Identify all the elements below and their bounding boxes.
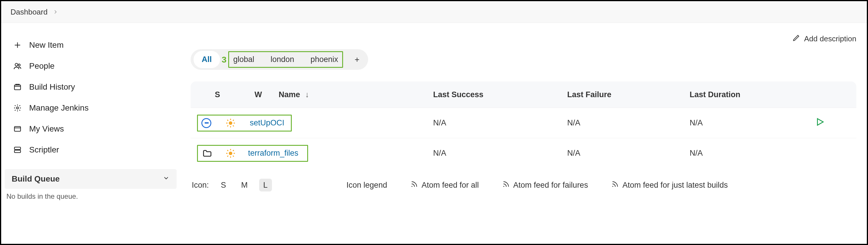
col-name-label: Name (279, 90, 300, 99)
table-row: 2 terraform_files N/A N/A N/A (191, 138, 856, 168)
people-icon (13, 61, 22, 71)
tab-phoenix[interactable]: phoenix (309, 54, 340, 65)
icon-size-l[interactable]: L (259, 179, 272, 191)
chevron-down-icon[interactable] (163, 174, 169, 184)
col-weather[interactable]: W (238, 90, 279, 99)
svg-line-18 (233, 126, 234, 126)
cell-last-duration: N/A (690, 118, 815, 128)
col-last-success[interactable]: Last Success (433, 90, 567, 99)
svg-point-33 (612, 186, 613, 186)
annotation-number-3: 3 (222, 55, 227, 65)
tab-london[interactable]: london (269, 54, 296, 65)
col-last-failure[interactable]: Last Failure (567, 90, 690, 99)
atom-feed-failures-label: Atom feed for failures (513, 181, 588, 190)
pencil-icon (793, 34, 800, 44)
sidebar-item-label: New Item (29, 40, 64, 50)
svg-point-32 (503, 186, 504, 186)
cell-last-success: N/A (433, 118, 567, 128)
sidebar: New Item People Build History Manage Jen… (1, 23, 180, 221)
col-last-duration[interactable]: Last Duration (690, 90, 815, 99)
cell-last-failure: N/A (567, 149, 690, 158)
icon-legend-link[interactable]: Icon legend (346, 181, 388, 190)
icon-size-control: Icon: S M L (192, 179, 272, 191)
rss-icon (502, 180, 510, 190)
svg-line-19 (227, 126, 228, 126)
cell-last-failure: N/A (567, 118, 690, 128)
build-queue-panel[interactable]: Build Queue (5, 169, 177, 189)
svg-marker-21 (817, 119, 824, 126)
chevron-right-icon (53, 7, 58, 16)
svg-rect-9 (14, 150, 21, 152)
row-highlight-box: terraform_files (197, 145, 308, 162)
sidebar-item-manage-jenkins[interactable]: Manage Jenkins (5, 98, 177, 118)
table-footer: Icon: S M L Icon legend Atom feed for al… (191, 179, 856, 191)
folder-icon (202, 148, 213, 158)
rss-icon (410, 180, 418, 190)
svg-line-30 (233, 150, 234, 151)
build-queue-status: No builds in the queue. (5, 189, 177, 201)
sidebar-item-label: People (29, 61, 55, 71)
gear-icon (13, 103, 22, 113)
stack-icon (13, 145, 22, 154)
sidebar-item-my-views[interactable]: My Views (5, 118, 177, 139)
svg-rect-6 (14, 127, 21, 131)
atom-feed-latest-label: Atom feed for just latest builds (622, 181, 728, 190)
col-name[interactable]: Name ↓ (279, 90, 433, 99)
sidebar-item-label: Manage Jenkins (29, 103, 89, 113)
tabs-pill: All 3 global london phoenix (191, 49, 368, 70)
plus-icon (13, 40, 22, 50)
window-icon (13, 124, 22, 134)
table-row: 1 ••• setUpOCI N/A N/A N/A (191, 108, 856, 138)
weather-sunny-icon (225, 118, 236, 128)
sidebar-item-people[interactable]: People (5, 56, 177, 76)
sidebar-item-new-item[interactable]: New Item (5, 35, 177, 56)
sidebar-item-label: Build History (29, 82, 75, 92)
weather-sunny-icon (225, 148, 236, 159)
icon-size-s[interactable]: S (217, 179, 230, 191)
sidebar-item-scriptler[interactable]: Scriptler (5, 139, 177, 160)
svg-line-29 (227, 156, 228, 156)
svg-rect-8 (14, 147, 21, 149)
sidebar-item-build-history[interactable]: Build History (5, 76, 177, 98)
svg-rect-4 (14, 85, 21, 90)
build-now-button[interactable] (815, 117, 850, 129)
status-notbuilt-icon: ••• (202, 118, 211, 128)
svg-point-22 (229, 151, 232, 155)
view-tabs: All 3 global london phoenix (191, 49, 856, 70)
build-queue-title: Build Queue (12, 174, 60, 184)
svg-line-20 (233, 119, 234, 120)
add-description-button[interactable]: Add description (793, 34, 856, 44)
tabs-highlight-box: global london phoenix (228, 51, 343, 68)
atom-feed-failures[interactable]: Atom feed for failures (502, 180, 588, 190)
icon-size-m[interactable]: M (238, 179, 251, 191)
rss-icon (611, 180, 619, 190)
atom-feed-all[interactable]: Atom feed for all (410, 180, 479, 190)
svg-point-3 (18, 64, 20, 66)
atom-feed-all-label: Atom feed for all (422, 181, 479, 190)
content: Add description All 3 global london phoe… (180, 23, 867, 221)
job-link-terraform-files[interactable]: terraform_files (248, 149, 299, 158)
tab-global[interactable]: global (231, 54, 256, 65)
row-highlight-box: ••• setUpOCI (197, 115, 292, 132)
add-description-label: Add description (804, 34, 856, 43)
job-table: S W Name ↓ Last Success Last Failure Las… (191, 81, 856, 168)
icon-size-label: Icon: (192, 181, 209, 190)
breadcrumb: Dashboard (1, 1, 867, 23)
cell-last-success: N/A (433, 149, 567, 158)
col-status[interactable]: S (197, 90, 238, 99)
svg-point-2 (15, 63, 18, 66)
job-table-header: S W Name ↓ Last Success Last Failure Las… (191, 81, 856, 108)
history-box-icon (13, 82, 22, 92)
job-link-setupoci[interactable]: setUpOCI (250, 118, 284, 128)
svg-line-28 (233, 156, 234, 156)
svg-line-17 (227, 119, 228, 120)
sort-down-icon: ↓ (305, 90, 309, 99)
sidebar-item-label: Scriptler (29, 145, 59, 154)
atom-feed-latest[interactable]: Atom feed for just latest builds (611, 180, 728, 190)
breadcrumb-root[interactable]: Dashboard (10, 7, 48, 16)
add-tab-button[interactable] (349, 51, 365, 68)
svg-line-27 (227, 150, 228, 151)
svg-point-5 (17, 107, 19, 109)
sidebar-item-label: My Views (29, 124, 64, 134)
tab-all[interactable]: All (193, 51, 220, 68)
